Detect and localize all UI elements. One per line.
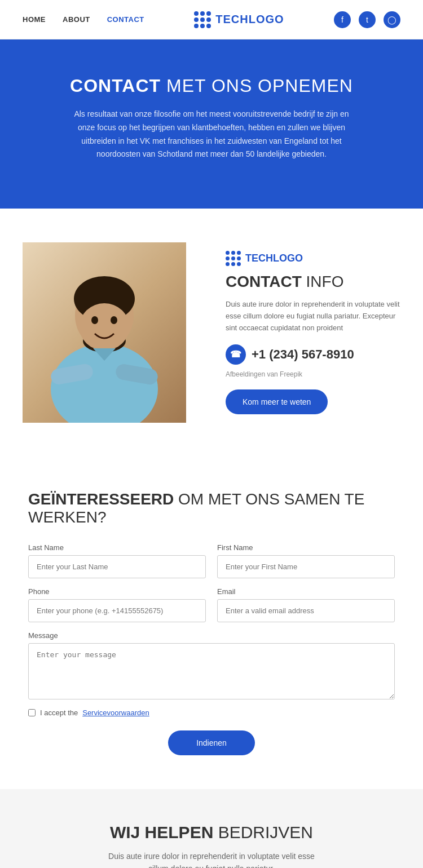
submit-wrap: Indienen [28, 730, 395, 755]
logo-dots [194, 11, 211, 28]
first-name-label: First Name [217, 543, 395, 552]
info-content: TECHLOGO CONTACT INFO Duis aute irure do… [197, 251, 400, 414]
info-section: TECHLOGO CONTACT INFO Duis aute irure do… [0, 209, 423, 457]
first-name-group: First Name [217, 543, 395, 578]
phone-input[interactable] [28, 599, 206, 622]
terms-checkbox[interactable] [28, 709, 36, 716]
nav-links: HOME ABOUT CONTACT [23, 15, 144, 24]
contact-row: Phone Email [28, 587, 395, 622]
svg-point-4 [80, 303, 129, 351]
phone-icon: ☎ [226, 344, 246, 365]
learn-more-button[interactable]: Kom meer te weten [226, 389, 328, 414]
twitter-icon[interactable]: t [359, 11, 376, 28]
last-name-label: Last Name [28, 543, 206, 552]
info-logo-text: TECHLOGO [245, 253, 303, 264]
instagram-icon[interactable]: ◯ [384, 11, 400, 28]
info-phone: ☎ +1 (234) 567-8910 [226, 344, 400, 365]
first-name-input[interactable] [217, 555, 395, 578]
hero-title: CONTACT MET ONS OPNEMEN [70, 76, 353, 96]
nav-contact[interactable]: CONTACT [107, 15, 144, 24]
email-group: Email [217, 587, 395, 622]
name-row: Last Name First Name [28, 543, 395, 578]
social-icons: f t ◯ [334, 11, 400, 28]
form-section: GEÏNTERESSEERD OM MET ONS SAMEN TE WERKE… [0, 457, 423, 789]
nav-about[interactable]: ABOUT [63, 15, 90, 24]
contact-form: Last Name First Name Phone Email Message [28, 543, 395, 755]
terms-text: I accept the [40, 708, 78, 717]
navbar: HOME ABOUT CONTACT TECHLOGO f t ◯ [0, 0, 423, 39]
person-svg [23, 242, 186, 423]
nav-home[interactable]: HOME [23, 15, 46, 24]
phone-label: Phone [28, 587, 206, 596]
message-input[interactable] [28, 643, 395, 699]
help-section: WIJ HELPEN BEDRIJVEN Duis aute irure dol… [0, 789, 423, 868]
email-label: Email [217, 587, 395, 596]
hero-section: CONTACT MET ONS OPNEMEN Als resultaat va… [0, 39, 423, 209]
message-label: Message [28, 631, 395, 640]
last-name-group: Last Name [28, 543, 206, 578]
phone-number: +1 (234) 567-8910 [252, 347, 354, 362]
info-description: Duis aute irure dolor in reprehenderit i… [226, 299, 400, 334]
info-credit: Afbeeldingen van Freepik [226, 370, 400, 378]
nav-logo: TECHLOGO [194, 11, 284, 28]
person-image-wrap [23, 242, 197, 423]
info-logo-dots [226, 251, 241, 266]
last-name-input[interactable] [28, 555, 206, 578]
svg-point-6 [111, 316, 117, 324]
terms-link[interactable]: Servicevoorwaarden [82, 708, 149, 717]
email-input[interactable] [217, 599, 395, 622]
info-title: CONTACT INFO [226, 273, 400, 291]
help-heading: WIJ HELPEN BEDRIJVEN [23, 823, 400, 842]
logo-text: TECHLOGO [215, 13, 284, 26]
svg-point-5 [91, 316, 98, 324]
message-group: Message [28, 631, 395, 699]
help-description: Duis aute irure dolor in reprehenderit i… [99, 850, 324, 868]
terms-row: I accept the Servicevoorwaarden [28, 708, 395, 717]
info-logo: TECHLOGO [226, 251, 400, 266]
hero-description: Als resultaat van onze filosofie om het … [65, 108, 358, 161]
form-heading: GEÏNTERESSEERD OM MET ONS SAMEN TE WERKE… [28, 490, 395, 526]
facebook-icon[interactable]: f [334, 11, 351, 28]
submit-button[interactable]: Indienen [168, 730, 255, 755]
person-photo [23, 242, 186, 423]
phone-group: Phone [28, 587, 206, 622]
